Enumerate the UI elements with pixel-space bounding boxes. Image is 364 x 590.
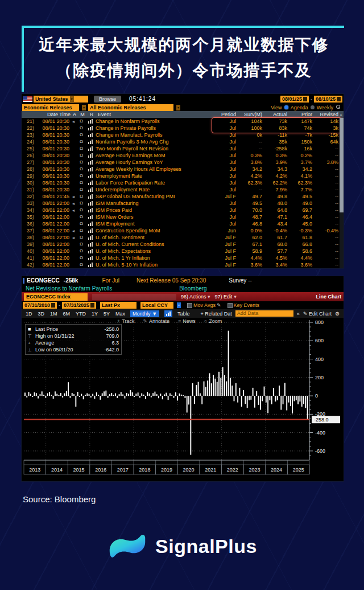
table-row[interactable]: 38)08/01 22:00◄ΩU. of Mich. SentimentJul… <box>22 234 344 241</box>
period-tab-max[interactable]: Max <box>115 311 125 317</box>
table-row[interactable]: 36)08/01 22:00ΩISM EmploymentJul46.843.4… <box>22 220 344 227</box>
table-row[interactable]: 31)08/01 20:30ΩUnderemployment RateJul--… <box>22 186 344 193</box>
col-r[interactable]: R <box>86 112 97 117</box>
table-row[interactable]: 27)08/01 20:30ΩAverage Hourly Earnings Y… <box>22 159 344 166</box>
release-type-label: Economic Releases <box>24 104 72 111</box>
table-row[interactable]: 40)08/01 22:00ΩU. of Mich. ExpectationsJ… <box>22 248 344 255</box>
period-tab-1y[interactable]: 1Y <box>92 311 98 317</box>
annotate-tool[interactable]: ✎Annotate <box>143 318 169 324</box>
period-tab-ytd[interactable]: YTD <box>76 311 86 317</box>
release-scope-label: All Economic Releases <box>90 104 146 111</box>
col-date-time[interactable]: Date Time <box>22 112 71 117</box>
table-row[interactable]: 22)08/01 20:30ΩChange in Private Payroll… <box>22 125 344 132</box>
revised-value: -- <box>312 166 338 172</box>
table-row[interactable]: 24)08/01 20:30ΩNonfarm Payrolls 3-Mo Avg… <box>22 138 344 145</box>
period-tab-1d[interactable]: 1D <box>26 311 32 317</box>
mov-avgs-toggle[interactable]: Mov Avgs✎ <box>187 302 221 308</box>
period-tab-1m[interactable]: 1M <box>50 311 57 317</box>
prior-value: 69.7 <box>287 207 312 213</box>
col-a[interactable]: A <box>71 112 78 117</box>
chart-plot-area[interactable]: 8006004002000-200-400-600-258.0201320142… <box>22 318 344 475</box>
chevron-down-icon[interactable]: ▾ <box>177 302 181 308</box>
chart-style-button[interactable] <box>164 310 172 317</box>
table-row[interactable]: 23)08/01 20:30ΩChange in Manufact. Payro… <box>22 132 344 138</box>
table-row[interactable]: 34)08/01 22:00◄ΩISM Prices PaidJul70.064… <box>22 207 344 214</box>
sort-icon[interactable]: ▴ <box>338 112 344 117</box>
col-m[interactable]: M <box>78 112 86 117</box>
table-row[interactable]: 41)08/01 22:00ΩU. of Mich. 1 Yr Inflatio… <box>22 255 344 261</box>
compare-field[interactable] <box>92 294 176 300</box>
col-revised[interactable]: Revised <box>312 112 338 117</box>
actual-value: 34.3 <box>262 166 287 172</box>
row-number: 22) <box>22 125 34 131</box>
frequency-select[interactable]: Monthly ▼ <box>130 310 159 317</box>
table-row[interactable]: 32)08/01 21:45◄ΩS&P Global US Manufactur… <box>22 193 344 200</box>
survey-value: 4.4% <box>236 255 262 261</box>
table-row[interactable]: 39)08/01 22:00ΩU. of Mich. Current Condi… <box>22 241 344 248</box>
col-survey[interactable]: Surv(M) <box>236 112 262 117</box>
col-prior[interactable]: Prior <box>287 112 312 117</box>
legend-marker-icon: + <box>28 341 35 346</box>
chart-mini-icon <box>85 215 96 219</box>
table-row[interactable]: 33)08/01 22:00◄ΩISM ManufacturingJul49.5… <box>22 200 344 207</box>
add-data-input[interactable]: Add Data <box>235 310 293 317</box>
table-row[interactable]: 21)08/01 20:30◄ΩChange in Nonfarm Payrol… <box>22 118 344 125</box>
table-scrollbar[interactable] <box>340 118 344 268</box>
svg-text:0: 0 <box>315 393 318 399</box>
table-row[interactable]: 37)08/01 22:00◄ΩConstruction Spending Mo… <box>22 227 344 234</box>
row-datetime: 08/01 20:30 <box>34 159 69 165</box>
table-row[interactable]: 25)08/01 20:30ΩTwo-Month Payroll Net Rev… <box>22 145 344 152</box>
news-tool[interactable]: ≡News <box>178 318 196 324</box>
collapse-icon[interactable]: « <box>297 311 300 317</box>
price-field-select[interactable]: Last Px <box>100 302 136 309</box>
date-from-input[interactable]: 08/01/25 <box>280 96 309 103</box>
chevron-down-icon[interactable]: ▾ <box>176 105 180 110</box>
col-actual[interactable]: Actual <box>262 112 287 117</box>
releases-filterbar: Economic Releases ▾ All Economic Release… <box>22 104 344 111</box>
table-row[interactable]: 30)08/01 20:30ΩLabor Force Participation… <box>22 179 344 186</box>
row-number: 37) <box>22 228 34 233</box>
view-tab[interactable]: View <box>271 105 282 110</box>
browse-button[interactable]: Browse <box>94 96 121 103</box>
table-row[interactable]: 29)08/01 20:30ΩUnemployment RateJul4.2%4… <box>22 173 344 179</box>
period-value: Jul <box>218 200 236 206</box>
legend-marker-icon: ⊥ <box>28 347 35 353</box>
currency-select[interactable]: Local CCY <box>140 302 173 309</box>
range-from-input[interactable]: 07/31/2010 <box>23 302 57 309</box>
key-events-toggle[interactable]: Key Events <box>228 302 260 308</box>
actions-menu[interactable]: 96) Actions ▾ <box>181 294 210 300</box>
release-type-select[interactable]: Economic Releases <box>22 104 79 111</box>
zoom-tool[interactable]: ○Zoom <box>204 318 222 324</box>
chevron-down-icon[interactable]: ▾ <box>82 105 86 110</box>
table-row[interactable]: 35)08/01 22:00ΩISM New OrdersJul48.747.1… <box>22 214 344 220</box>
track-tool[interactable]: +Track <box>117 318 134 324</box>
table-row[interactable]: 26)08/01 20:30ΩAverage Hourly Earnings M… <box>22 152 344 159</box>
col-period[interactable]: Period <box>218 112 236 117</box>
survey-value: 4.2% <box>236 173 262 179</box>
view-mode-icon[interactable] <box>284 105 288 109</box>
edit-chart-button[interactable]: ✎ Edit Chart <box>303 311 332 317</box>
bell-icon: Ω <box>77 194 85 199</box>
period-tab-5y[interactable]: 5Y <box>104 311 110 317</box>
calendar-icon <box>303 97 307 101</box>
agenda-mode-icon[interactable] <box>311 105 315 109</box>
weekly-tab[interactable]: Weekly <box>317 105 333 110</box>
scrollbar-thumb[interactable] <box>340 118 344 212</box>
related-data-button[interactable]: + Related Dat <box>201 311 232 317</box>
index-field[interactable]: ECONGECC Index <box>24 293 88 301</box>
table-row[interactable]: 28)08/01 20:30ΩAverage Weekly Hours All … <box>22 166 344 173</box>
period-tab-6m[interactable]: 6M <box>63 311 71 317</box>
release-scope-select[interactable]: All Economic Releases <box>88 104 173 111</box>
range-to-input[interactable]: 07/31/2025 <box>62 302 96 309</box>
table-row[interactable]: 42)08/01 22:00ΩU. of Mich. 5-10 Yr Infla… <box>22 261 344 268</box>
search-icon[interactable] <box>336 105 341 110</box>
country-select[interactable]: United States ▾ <box>34 96 88 103</box>
edit-menu[interactable]: 97) Edit ▾ <box>215 294 237 300</box>
period-tab-3d[interactable]: 3D <box>38 311 45 317</box>
col-event[interactable]: Event <box>97 112 218 117</box>
date-to-input[interactable]: 08/10/25 <box>314 96 342 103</box>
gear-icon[interactable]: ⚙ <box>335 311 340 317</box>
table-button[interactable]: Table <box>177 311 190 317</box>
chart-mini-icon <box>85 146 96 151</box>
agenda-tab[interactable]: Agenda <box>291 105 308 110</box>
